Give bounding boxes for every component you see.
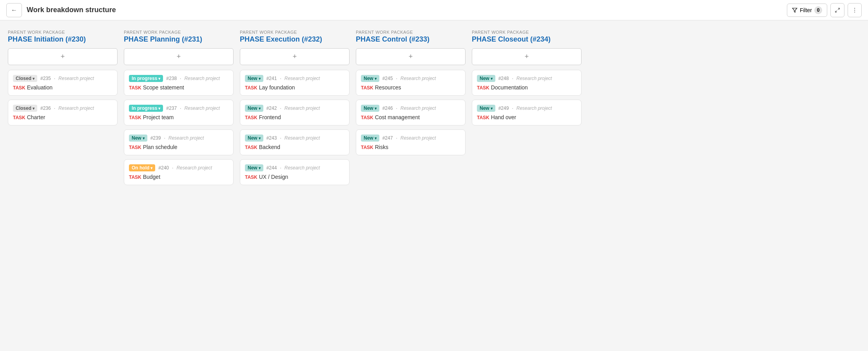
card-id: #239 <box>150 135 161 141</box>
header-right: Filter 0 <box>787 3 862 17</box>
chevron-down-icon: ▾ <box>150 166 152 170</box>
card-project: Research project <box>285 135 320 141</box>
status-label: Closed <box>16 76 31 81</box>
card-0-1: Closed ▾#236·Research projectTASK Charte… <box>8 100 118 125</box>
status-badge[interactable]: New ▾ <box>129 135 147 142</box>
status-badge[interactable]: In progress ▾ <box>129 75 163 82</box>
status-badge[interactable]: Closed ▾ <box>13 105 37 112</box>
card-top: New ▾#244·Research project <box>245 164 344 171</box>
parent-label: Parent work package <box>472 30 582 35</box>
status-badge[interactable]: New ▾ <box>477 75 495 82</box>
column-header-0: Parent work packagePHASE Initiation (#23… <box>8 30 118 44</box>
status-badge[interactable]: New ▾ <box>245 75 263 82</box>
expand-button[interactable] <box>830 3 844 17</box>
card-3-2: New ▾#247·Research projectTASK Risks <box>356 129 466 155</box>
phase-title: PHASE Execution (#232) <box>240 35 350 44</box>
card-id: #235 <box>40 76 51 81</box>
card-task: TASK Frontend <box>245 114 344 120</box>
filter-button[interactable]: Filter 0 <box>787 4 827 17</box>
phase-title: PHASE Control (#233) <box>356 35 466 44</box>
svg-point-4 <box>854 10 855 11</box>
filter-label: Filter <box>800 7 812 13</box>
chevron-down-icon: ▾ <box>33 106 34 111</box>
status-label: New <box>364 135 373 141</box>
task-label: TASK <box>13 85 25 91</box>
separator: · <box>280 165 281 171</box>
card-4-0: New ▾#248·Research projectTASK Documenta… <box>472 70 582 96</box>
task-label: TASK <box>361 85 373 91</box>
card-top: New ▾#243·Research project <box>245 135 344 142</box>
separator: · <box>396 105 397 111</box>
task-name: Lay foundation <box>259 84 295 91</box>
card-project: Research project <box>400 105 436 111</box>
svg-line-1 <box>838 8 839 9</box>
more-options-button[interactable] <box>848 3 862 17</box>
card-project: Research project <box>400 135 436 141</box>
column-col-execution: Parent work packagePHASE Execution (#232… <box>240 30 350 189</box>
card-task: TASK Scope statement <box>129 84 228 91</box>
task-name: Risks <box>375 144 388 150</box>
separator: · <box>180 76 181 81</box>
task-name: Scope statement <box>143 84 184 91</box>
status-badge[interactable]: On hold ▾ <box>129 164 155 171</box>
card-task: TASK Documentation <box>477 84 576 91</box>
card-id: #243 <box>266 135 277 141</box>
add-button-4[interactable]: + <box>472 48 582 65</box>
card-1-3: On hold ▾#240·Research projectTASK Budge… <box>124 159 234 185</box>
chevron-down-icon: ▾ <box>158 106 160 111</box>
card-top: New ▾#241·Research project <box>245 75 344 82</box>
card-id: #240 <box>158 165 169 171</box>
card-project: Research project <box>184 76 220 81</box>
chevron-down-icon: ▾ <box>259 136 261 140</box>
status-label: New <box>480 105 489 111</box>
svg-line-2 <box>835 11 837 12</box>
status-badge[interactable]: New ▾ <box>361 75 379 82</box>
card-top: New ▾#249·Research project <box>477 105 576 112</box>
card-task: TASK Charter <box>13 114 112 120</box>
column-header-1: Parent work packagePHASE Planning (#231) <box>124 30 234 44</box>
chevron-down-icon: ▾ <box>375 106 377 111</box>
column-col-control: Parent work packagePHASE Control (#233)+… <box>356 30 466 189</box>
status-label: New <box>248 165 257 171</box>
card-project: Research project <box>516 76 552 81</box>
task-label: TASK <box>477 85 489 91</box>
task-label: TASK <box>129 145 141 150</box>
chevron-down-icon: ▾ <box>259 166 261 170</box>
add-button-1[interactable]: + <box>124 48 234 65</box>
status-badge[interactable]: New ▾ <box>361 105 379 112</box>
status-badge[interactable]: Closed ▾ <box>13 75 37 82</box>
more-icon <box>852 7 858 13</box>
task-label: TASK <box>245 175 257 180</box>
status-badge[interactable]: New ▾ <box>477 105 495 112</box>
status-label: On hold <box>132 165 149 171</box>
card-id: #247 <box>382 135 393 141</box>
card-project: Research project <box>176 165 212 171</box>
status-badge[interactable]: New ▾ <box>245 135 263 142</box>
card-project: Research project <box>58 76 94 81</box>
add-button-3[interactable]: + <box>356 48 466 65</box>
task-name: Plan schedule <box>143 144 178 150</box>
card-project: Research project <box>516 105 552 111</box>
card-top: Closed ▾#235·Research project <box>13 75 112 82</box>
card-task: TASK Backend <box>245 144 344 150</box>
add-button-2[interactable]: + <box>240 48 350 65</box>
status-label: Closed <box>16 105 31 111</box>
card-task: TASK UX / Design <box>245 174 344 180</box>
card-id: #248 <box>498 76 509 81</box>
status-label: New <box>364 76 373 81</box>
header: ← Work breakdown structure Filter 0 <box>0 0 868 20</box>
task-name: Evaluation <box>27 84 53 91</box>
card-id: #237 <box>166 105 177 111</box>
status-badge[interactable]: New ▾ <box>361 135 379 142</box>
status-badge[interactable]: New ▾ <box>245 105 263 112</box>
chevron-down-icon: ▾ <box>491 106 493 111</box>
card-task: TASK Budget <box>129 174 228 180</box>
card-1-2: New ▾#239·Research projectTASK Plan sche… <box>124 129 234 155</box>
back-button[interactable]: ← <box>6 3 22 17</box>
add-button-0[interactable]: + <box>8 48 118 65</box>
filter-count: 0 <box>814 6 822 14</box>
status-badge[interactable]: In progress ▾ <box>129 105 163 112</box>
task-name: UX / Design <box>259 174 288 180</box>
card-top: New ▾#239·Research project <box>129 135 228 142</box>
status-badge[interactable]: New ▾ <box>245 164 263 171</box>
